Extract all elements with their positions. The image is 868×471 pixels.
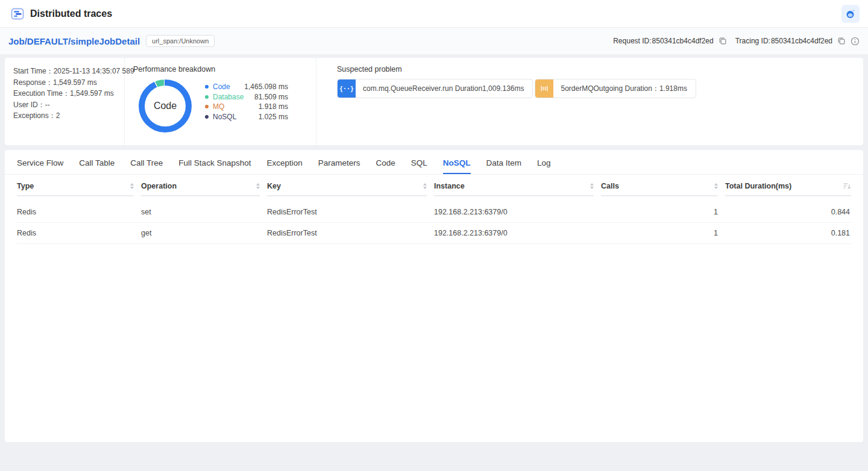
sort-icon[interactable] [423, 183, 427, 189]
mq-queue-icon [535, 80, 553, 98]
tab-log[interactable]: Log [537, 158, 551, 174]
column-header-operation[interactable]: Operation [141, 182, 267, 202]
code-method-icon: {··} [338, 80, 356, 98]
legend-dot [205, 95, 209, 99]
legend-label[interactable]: Code [213, 82, 244, 92]
copy-request-id-icon[interactable] [719, 37, 727, 45]
legend-dot [205, 105, 209, 108]
legend-label[interactable]: NoSQL [213, 112, 250, 122]
legend-item: Code 1,465.098 ms [205, 82, 288, 92]
tracing-id-label: Tracing ID: [735, 37, 770, 45]
tracing-id-value: 850341cb4c4df2ed [771, 37, 832, 45]
legend-item: Database 81.509 ms [205, 92, 288, 102]
tab-nosql[interactable]: NoSQL [443, 158, 471, 174]
summary-field: Start Time：2025-11-13 14:35:07 589 [13, 66, 124, 77]
tab-full-stack-snapshot[interactable]: Full Stack Snapshot [178, 158, 251, 174]
tab-sql[interactable]: SQL [411, 158, 427, 174]
tab-call-tree[interactable]: Call Tree [130, 158, 163, 174]
info-icon[interactable] [851, 37, 860, 46]
column-header-type[interactable]: Type [17, 182, 141, 202]
tab-call-table[interactable]: Call Table [79, 158, 115, 174]
summary-field: Exceptions：2 [13, 110, 124, 122]
page-title: Distributed traces [30, 8, 112, 19]
performance-breakdown-panel: Performance breakdown Code Code 1,465.09… [125, 58, 316, 145]
column-header-calls[interactable]: Calls [601, 182, 725, 202]
summary-field: Execution Time：1,549.597 ms [13, 88, 124, 99]
ai-assistant-button[interactable] [841, 5, 860, 23]
suspected-problem-chip[interactable]: 5orderMQOutgoing Duration：1.918ms [535, 79, 696, 98]
trace-name-link[interactable]: Job/DEFAULT/simpleJobDetail [8, 36, 140, 46]
request-id-value: 850341cb4c4df2ed [652, 37, 714, 45]
legend-item: NoSQL 1.025 ms [205, 112, 288, 122]
suspected-problem-panel: Suspected problem {··} com.mq.QueueRecei… [316, 58, 863, 145]
legend-dot [205, 85, 209, 89]
summary-field: Response：1,549.597 ms [13, 77, 124, 89]
tab-data-item[interactable]: Data Item [486, 158, 522, 174]
column-header-instance[interactable]: Instance [434, 182, 601, 202]
request-id-label: Request ID: [613, 37, 651, 45]
trace-header-bar: Job/DEFAULT/simpleJobDetail url_span:/Un… [0, 28, 868, 54]
legend-dot [205, 115, 209, 119]
column-header-total-duration[interactable]: Total Duration(ms) [725, 182, 851, 202]
summary-fields: Start Time：2025-11-13 14:35:07 589 Respo… [5, 58, 125, 145]
legend-item: MQ 1.918 ms [205, 102, 288, 112]
top-bar: Distributed traces [0, 0, 868, 28]
url-span-badge: url_span:/Unknown [146, 35, 215, 47]
performance-breakdown-title: Performance breakdown [133, 65, 307, 73]
tab-exception[interactable]: Exception [266, 158, 302, 174]
table-row[interactable]: Redis set RedisErrorTest 192.168.2.213:6… [17, 202, 851, 223]
tab-service-flow[interactable]: Service Flow [17, 158, 63, 174]
column-header-key[interactable]: Key [267, 182, 434, 202]
sort-icon[interactable] [590, 183, 594, 189]
trace-summary-card: Start Time：2025-11-13 14:35:07 589 Respo… [5, 58, 863, 145]
suspected-problem-title: Suspected problem [337, 65, 854, 73]
sort-icon[interactable] [130, 183, 134, 189]
distributed-traces-icon [11, 7, 24, 20]
detail-tabs: Service Flow Call Table Call Tree Full S… [5, 150, 863, 175]
tab-parameters[interactable]: Parameters [318, 158, 360, 174]
donut-center-label: Code [154, 101, 177, 111]
trace-detail-card: Service Flow Call Table Call Tree Full S… [5, 150, 863, 442]
summary-field: User ID：-- [13, 99, 124, 111]
nosql-table: Type Operation Key Instance Calls T [17, 182, 851, 244]
performance-legend: Code 1,465.098 ms Database 81.509 ms MQ … [205, 82, 288, 122]
table-header: Type Operation Key Instance Calls T [17, 182, 851, 202]
sort-icon[interactable] [256, 183, 260, 189]
sort-descending-icon[interactable] [843, 182, 851, 190]
sort-icon[interactable] [714, 183, 718, 189]
table-row[interactable]: Redis get RedisErrorTest 192.168.2.213:6… [17, 223, 851, 244]
copy-tracing-id-icon[interactable] [837, 37, 846, 45]
legend-label[interactable]: Database [213, 92, 250, 102]
suspected-problem-chip[interactable]: {··} com.mq.QueueReceiver.run Duration1,… [337, 79, 533, 98]
performance-donut-chart: Code [139, 80, 192, 133]
tab-code[interactable]: Code [376, 158, 395, 174]
legend-label[interactable]: MQ [213, 102, 250, 112]
